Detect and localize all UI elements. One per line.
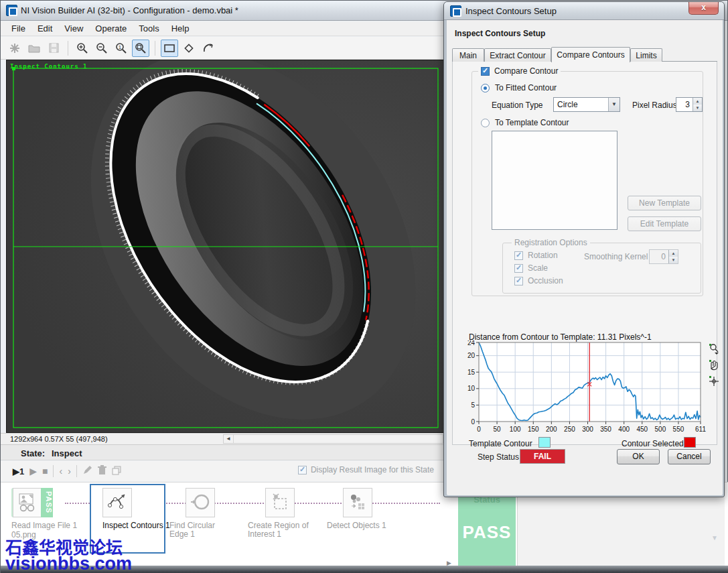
equation-type-dropdown[interactable]: Circle ▼ bbox=[553, 97, 620, 112]
smoothing-kernel-value: 0 bbox=[650, 250, 668, 263]
contour-distance-chart[interactable]: 0510152024050100150200250300350400450500… bbox=[459, 340, 714, 436]
image-info-text: 1292x964 0.57X 55 (497,948) bbox=[10, 435, 108, 443]
rectangle-roi-icon[interactable] bbox=[161, 40, 178, 57]
edit-template-button[interactable]: Edit Template bbox=[628, 216, 701, 231]
rotated-rect-roi-icon[interactable] bbox=[180, 40, 198, 57]
svg-text:5: 5 bbox=[471, 401, 475, 409]
scale-checkbox[interactable] bbox=[514, 264, 523, 273]
menubar: File Edit View Operate Tools Help bbox=[1, 21, 445, 36]
tab-compare-contours[interactable]: Compare Contours bbox=[551, 47, 630, 62]
dialog-titlebar[interactable]: Inspect Contours Setup x bbox=[444, 2, 724, 20]
scroll-left-icon[interactable]: ◄ bbox=[224, 435, 234, 443]
occlusion-label: Occlusion bbox=[528, 276, 563, 285]
chart-pan-icon bbox=[709, 360, 717, 370]
menu-file[interactable]: File bbox=[6, 21, 31, 36]
copy-step-icon[interactable] bbox=[112, 466, 121, 477]
smoothing-kernel-spinner[interactable]: 0 ▲▼ bbox=[649, 249, 678, 264]
zoom-one-to-one-icon[interactable]: 1 bbox=[113, 40, 130, 57]
svg-text:15: 15 bbox=[467, 369, 476, 376]
chart-zoom-icon bbox=[709, 344, 719, 355]
tab-main[interactable]: Main bbox=[452, 48, 484, 62]
stop-button[interactable]: ■ bbox=[42, 466, 48, 476]
to-template-contour-radio[interactable] bbox=[481, 119, 490, 127]
image-display[interactable]: Inspect Contours 1 bbox=[6, 60, 445, 433]
read-image-icon bbox=[13, 488, 42, 517]
overlay-step-label: Inspect Contours 1 bbox=[10, 63, 88, 70]
rotation-label: Rotation bbox=[528, 251, 558, 260]
to-fitted-contour-radio[interactable] bbox=[481, 84, 490, 92]
menu-tools[interactable]: Tools bbox=[133, 21, 164, 36]
create-roi-icon bbox=[265, 488, 295, 517]
zoom-out-icon[interactable] bbox=[93, 40, 111, 57]
step-detect-objects[interactable]: Detect Objects 1 bbox=[327, 488, 401, 530]
new-template-button[interactable]: New Template bbox=[628, 196, 701, 210]
image-horizontal-scrollbar[interactable]: ◄ bbox=[223, 434, 443, 444]
detect-objects-icon bbox=[343, 488, 372, 517]
step-read-image[interactable]: PASS Read Image File 1 05.png bbox=[11, 488, 85, 539]
tab-extract-contour[interactable]: Extract Contour bbox=[484, 48, 551, 62]
svg-text:50: 50 bbox=[494, 426, 502, 433]
state-value: Inspect bbox=[52, 448, 82, 458]
menu-view[interactable]: View bbox=[59, 21, 88, 36]
inspection-image bbox=[7, 60, 444, 432]
svg-text:550: 550 bbox=[673, 426, 684, 433]
menu-edit[interactable]: Edit bbox=[32, 21, 58, 36]
zoom-in-icon[interactable] bbox=[74, 40, 91, 57]
prev-step-button[interactable]: ‹ bbox=[59, 466, 62, 476]
next-step-button[interactable]: › bbox=[68, 466, 71, 476]
svg-text:150: 150 bbox=[528, 426, 539, 433]
delete-step-icon[interactable] bbox=[98, 465, 106, 477]
zoom-to-fit-icon[interactable] bbox=[132, 40, 149, 57]
svg-text:20: 20 bbox=[467, 352, 476, 359]
pixel-radius-spinner[interactable]: 3 ▲▼ bbox=[676, 97, 703, 112]
display-result-label: Display Result Image for this State bbox=[311, 465, 434, 474]
spin-down-icon[interactable]: ▼ bbox=[693, 105, 702, 111]
save-icon[interactable] bbox=[45, 40, 62, 57]
tab-limits[interactable]: Limits bbox=[630, 48, 662, 62]
state-label: State: bbox=[21, 448, 45, 458]
svg-text:400: 400 bbox=[618, 426, 630, 433]
annulus-roi-icon[interactable] bbox=[200, 40, 217, 57]
spin-down-icon[interactable]: ▼ bbox=[669, 257, 678, 263]
display-result-checkbox[interactable] bbox=[298, 466, 307, 474]
menu-help[interactable]: Help bbox=[166, 21, 195, 36]
svg-text:300: 300 bbox=[582, 426, 593, 433]
step-find-circular-edge[interactable]: Find Circular Edge 1 bbox=[169, 488, 243, 539]
app-icon bbox=[6, 5, 17, 16]
run-once-button[interactable]: ▶1 bbox=[13, 466, 24, 476]
run-button[interactable]: ▶ bbox=[29, 466, 37, 476]
template-contour-label: Template Contour bbox=[469, 439, 532, 448]
pixel-radius-value: 3 bbox=[676, 98, 693, 111]
inspect-contours-setup-dialog: Inspect Contours Setup x Inspect Contour… bbox=[443, 1, 725, 497]
compare-contours-page: Compare Contour To Fitted Contour Equati… bbox=[452, 62, 717, 445]
chart-cursor-icon bbox=[709, 376, 719, 386]
open-icon[interactable] bbox=[25, 40, 43, 57]
state-bar: State: Inspect bbox=[1, 444, 445, 460]
dialog-icon bbox=[450, 5, 461, 17]
spin-up-icon[interactable]: ▲ bbox=[669, 250, 678, 257]
template-preview-box bbox=[492, 131, 617, 230]
compare-contour-checkbox[interactable] bbox=[481, 67, 490, 76]
watermark-line2: visionbbs.com bbox=[5, 554, 132, 573]
chevron-down-icon[interactable]: ▼ bbox=[608, 98, 620, 111]
overall-status-panel: Status PASS bbox=[458, 497, 516, 566]
step-inspect-contours[interactable]: Inspect Contours 1 bbox=[102, 488, 176, 530]
svg-text:350: 350 bbox=[600, 426, 611, 433]
edit-step-icon[interactable] bbox=[82, 465, 92, 477]
status-panel-header: Status bbox=[458, 497, 516, 505]
spin-up-icon[interactable]: ▲ bbox=[693, 98, 702, 105]
cancel-button[interactable]: Cancel bbox=[668, 449, 711, 464]
results-panel: ▼ bbox=[517, 497, 725, 566]
occlusion-checkbox[interactable] bbox=[514, 277, 523, 285]
panel-scroll-down-icon[interactable]: ▼ bbox=[711, 534, 718, 542]
display-result-option[interactable]: Display Result Image for this State bbox=[298, 465, 434, 474]
contour-selected-swatch bbox=[684, 437, 696, 448]
ok-button[interactable]: OK bbox=[617, 449, 660, 464]
close-icon[interactable]: x bbox=[688, 2, 719, 15]
svg-text:100: 100 bbox=[510, 426, 521, 433]
rotation-checkbox[interactable] bbox=[514, 251, 523, 260]
new-script-icon[interactable] bbox=[6, 40, 23, 57]
step-status-badge: FAIL bbox=[520, 449, 565, 464]
step-create-roi[interactable]: Create Region of Interest 1 bbox=[248, 488, 321, 539]
menu-operate[interactable]: Operate bbox=[90, 21, 132, 36]
